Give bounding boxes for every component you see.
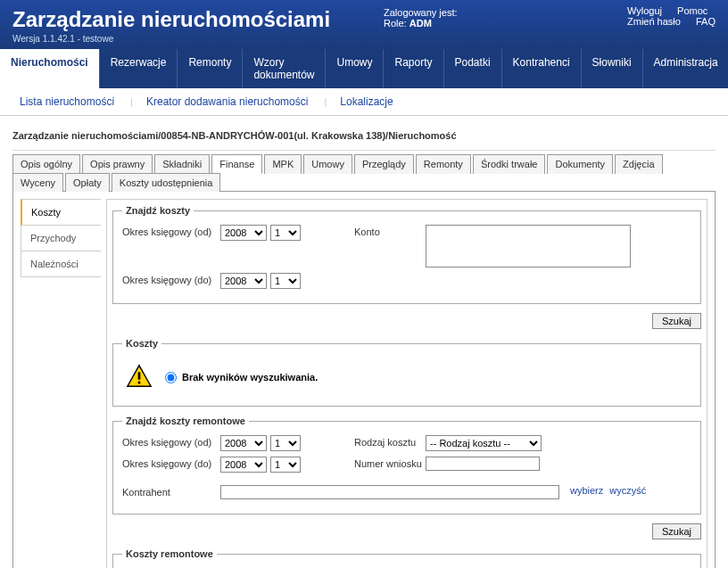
itab-dokumenty[interactable]: Dokumenty	[547, 154, 613, 174]
stab-przychody[interactable]: Przychody	[21, 226, 101, 251]
find-costs-legend: Znajdź koszty	[122, 205, 194, 216]
itab-oplaty[interactable]: Opłaty	[65, 173, 110, 192]
itab-przeglady[interactable]: Przeglądy	[354, 154, 414, 174]
main-panel: Znajdź koszty Okres księgowy (od) 2008 1…	[106, 199, 707, 568]
nav-tab-administracja[interactable]: Administracja	[643, 49, 728, 88]
itab-srodki[interactable]: Środki trwałe	[473, 154, 546, 174]
costs-result-legend: Koszty	[122, 338, 161, 349]
svg-rect-1	[138, 372, 141, 379]
sub-nav: Lista nieruchomości| Kreator dodawania n…	[0, 88, 728, 116]
svg-rect-2	[138, 382, 141, 384]
user-info: Zalogowany jest: Role: ADM	[384, 7, 458, 29]
kind-label: Rodzaj kosztu	[354, 435, 426, 448]
logout-link[interactable]: Wyloguj	[627, 5, 662, 16]
contractor-input[interactable]	[220, 485, 559, 499]
year-to-select[interactable]: 2008	[220, 273, 267, 289]
account-label: Konto	[354, 225, 426, 237]
nav-tab-wzory[interactable]: Wzory dokumentów	[243, 49, 326, 88]
app-version: Wersja 1.1.42.1 - testowe	[12, 34, 716, 49]
nav-tab-remonty[interactable]: Remonty	[178, 49, 243, 88]
no-results-radio[interactable]	[165, 372, 177, 383]
no-results-message: Brak wyników wyszukiwania.	[182, 372, 318, 383]
role-label: Role:	[384, 18, 407, 29]
breadcrumb: Zarządzanie nieruchomościami/00854-NB-AN…	[12, 125, 716, 151]
renov-period-to-label: Okres księgowy (do)	[122, 457, 220, 469]
nav-tab-slowniki[interactable]: Słowniki	[582, 49, 643, 88]
app-title: Zarządzanie nieruchomościami	[12, 7, 716, 32]
nav-tab-raporty[interactable]: Raporty	[384, 49, 443, 88]
select-contractor-link[interactable]: wybierz	[570, 485, 603, 496]
itab-zdjecia[interactable]: Zdjęcia	[615, 154, 662, 174]
find-costs-fieldset: Znajdź koszty Okres księgowy (od) 2008 1…	[112, 205, 701, 304]
renov-result-fieldset: Koszty remontowe Brak wyników wyszukiwan…	[112, 548, 701, 568]
contractor-label: Kontrahent	[122, 485, 220, 498]
req-input[interactable]	[426, 457, 540, 471]
renov-period-from-label: Okres księgowy (od)	[122, 435, 220, 448]
itab-mpk[interactable]: MPK	[264, 154, 302, 174]
itab-opis-prawny[interactable]: Opis prawny	[82, 154, 153, 174]
nav-tab-kontrahenci[interactable]: Kontrahenci	[502, 49, 582, 88]
stab-koszty[interactable]: Koszty	[21, 199, 101, 226]
month-to-select[interactable]: 1	[270, 273, 301, 289]
itab-finanse[interactable]: Finanse	[211, 154, 262, 174]
subnav-lista[interactable]: Lista nieruchomości	[12, 93, 121, 111]
renov-month-to-select[interactable]: 1	[270, 457, 301, 473]
nav-tab-umowy[interactable]: Umowy	[326, 49, 384, 88]
renov-month-from-select[interactable]: 1	[270, 435, 301, 451]
help-link[interactable]: Pomoc	[677, 5, 707, 16]
period-from-label: Okres księgowy (od)	[122, 225, 220, 237]
search-button-renov[interactable]: Szukaj	[652, 523, 701, 539]
account-textarea[interactable]	[426, 225, 631, 268]
renov-year-to-select[interactable]: 2008	[220, 457, 267, 473]
warning-icon	[126, 363, 153, 391]
find-renov-legend: Znajdź koszty remontowe	[122, 416, 249, 426]
side-tabs: Koszty Przychody Należności	[21, 199, 101, 568]
role-value: ADM	[410, 18, 432, 29]
kind-select[interactable]: -- Rodzaj kosztu --	[426, 435, 542, 451]
itab-koszty-udost[interactable]: Koszty udostępnienia	[112, 173, 221, 192]
req-label: Numer wniosku	[354, 457, 426, 469]
subnav-lokalizacje[interactable]: Lokalizacje	[333, 93, 400, 111]
clear-contractor-link[interactable]: wyczyść	[609, 485, 646, 496]
faq-link[interactable]: FAQ	[696, 16, 716, 27]
stab-naleznosci[interactable]: Należności	[21, 251, 101, 277]
renov-year-from-select[interactable]: 2008	[220, 435, 267, 451]
renov-result-legend: Koszty remontowe	[122, 548, 217, 559]
year-from-select[interactable]: 2008	[220, 225, 267, 241]
costs-result-fieldset: Koszty Brak wyników wyszukiwania.	[112, 338, 701, 407]
find-renov-fieldset: Znajdź koszty remontowe Okres księgowy (…	[112, 416, 701, 514]
inner-tabs: Opis ogólny Opis prawny Składniki Finans…	[12, 154, 716, 192]
app-header: Zarządzanie nieruchomościami Wersja 1.1.…	[0, 0, 728, 49]
itab-wyceny[interactable]: Wyceny	[12, 173, 63, 192]
nav-tab-podatki[interactable]: Podatki	[444, 49, 502, 88]
nav-tab-nieruchomosci[interactable]: Nieruchomości	[0, 49, 100, 88]
logged-label: Zalogowany jest:	[384, 7, 458, 18]
itab-skladniki[interactable]: Składniki	[154, 154, 210, 174]
itab-opis-ogolny[interactable]: Opis ogólny	[12, 154, 80, 174]
change-password-link[interactable]: Zmień hasło	[627, 16, 681, 27]
header-links: Wyloguj Pomoc Zmień hasło FAQ	[615, 5, 716, 27]
month-from-select[interactable]: 1	[270, 225, 301, 241]
itab-umowy[interactable]: Umowy	[303, 154, 352, 174]
search-button-costs[interactable]: Szukaj	[652, 313, 701, 329]
main-nav: Nieruchomości Rezerwacje Remonty Wzory d…	[0, 49, 728, 88]
nav-tab-rezerwacje[interactable]: Rezerwacje	[100, 49, 178, 88]
subnav-kreator[interactable]: Kreator dodawania nieruchomości	[139, 93, 315, 111]
period-to-label: Okres księgowy (do)	[122, 273, 220, 285]
itab-remonty[interactable]: Remonty	[416, 154, 471, 174]
